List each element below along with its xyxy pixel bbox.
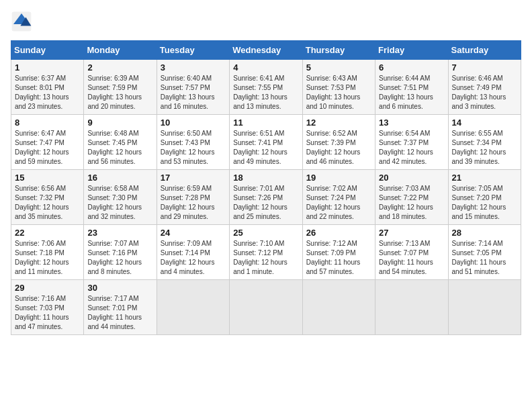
cell-info: Sunrise: 7:02 AM Sunset: 7:24 PM Dayligh… (306, 184, 371, 222)
cell-info: Sunrise: 6:59 AM Sunset: 7:28 PM Dayligh… (161, 184, 226, 222)
calendar-cell: 14Sunrise: 6:55 AM Sunset: 7:34 PM Dayli… (448, 115, 521, 170)
cell-info: Sunrise: 7:14 AM Sunset: 7:05 PM Dayligh… (452, 239, 517, 277)
cell-info: Sunrise: 6:37 AM Sunset: 8:01 PM Dayligh… (15, 74, 80, 111)
calendar-cell: 5Sunrise: 6:43 AM Sunset: 7:53 PM Daylig… (302, 60, 375, 115)
calendar-cell: 17Sunrise: 6:59 AM Sunset: 7:28 PM Dayli… (157, 170, 229, 225)
day-number: 18 (233, 173, 298, 183)
cell-info: Sunrise: 7:05 AM Sunset: 7:20 PM Dayligh… (452, 184, 517, 222)
day-number: 22 (15, 228, 80, 238)
cell-info: Sunrise: 6:40 AM Sunset: 7:57 PM Dayligh… (161, 74, 226, 111)
calendar-cell: 20Sunrise: 7:03 AM Sunset: 7:22 PM Dayli… (375, 170, 448, 225)
calendar-cell: 4Sunrise: 6:41 AM Sunset: 7:55 PM Daylig… (230, 60, 302, 115)
calendar-cell: 27Sunrise: 7:13 AM Sunset: 7:07 PM Dayli… (375, 225, 448, 280)
calendar-cell: 9Sunrise: 6:48 AM Sunset: 7:45 PM Daylig… (84, 115, 157, 170)
calendar-header-row: SundayMondayTuesdayWednesdayThursdayFrid… (11, 41, 521, 60)
cell-info: Sunrise: 7:06 AM Sunset: 7:18 PM Dayligh… (15, 239, 80, 277)
cell-info: Sunrise: 6:55 AM Sunset: 7:34 PM Dayligh… (452, 129, 517, 167)
cell-info: Sunrise: 7:16 AM Sunset: 7:03 PM Dayligh… (15, 294, 80, 332)
day-header-friday: Friday (375, 41, 448, 60)
calendar-cell: 8Sunrise: 6:47 AM Sunset: 7:47 PM Daylig… (11, 115, 84, 170)
calendar-table: SundayMondayTuesdayWednesdayThursdayFrid… (11, 40, 521, 335)
day-number: 17 (161, 173, 226, 183)
day-number: 6 (379, 62, 444, 73)
day-number: 26 (306, 228, 371, 238)
calendar-cell: 6Sunrise: 6:44 AM Sunset: 7:51 PM Daylig… (375, 60, 448, 115)
calendar-cell: 21Sunrise: 7:05 AM Sunset: 7:20 PM Dayli… (448, 170, 521, 225)
cell-info: Sunrise: 6:41 AM Sunset: 7:55 PM Dayligh… (233, 74, 298, 111)
cell-info: Sunrise: 6:52 AM Sunset: 7:39 PM Dayligh… (306, 129, 371, 167)
day-header-sunday: Sunday (11, 41, 84, 60)
day-number: 5 (306, 62, 371, 73)
day-number: 14 (452, 118, 517, 128)
day-number: 27 (379, 228, 444, 238)
day-header-wednesday: Wednesday (230, 41, 302, 60)
day-number: 2 (87, 62, 152, 73)
day-number: 30 (87, 283, 152, 293)
calendar-week-row: 15Sunrise: 6:56 AM Sunset: 7:32 PM Dayli… (11, 170, 521, 225)
calendar-cell (302, 280, 375, 335)
calendar-cell: 22Sunrise: 7:06 AM Sunset: 7:18 PM Dayli… (11, 225, 84, 280)
calendar-cell (230, 280, 302, 335)
day-number: 20 (379, 173, 444, 183)
calendar-cell: 2Sunrise: 6:39 AM Sunset: 7:59 PM Daylig… (84, 60, 157, 115)
logo-icon (11, 11, 32, 32)
cell-info: Sunrise: 6:56 AM Sunset: 7:32 PM Dayligh… (15, 184, 80, 222)
page-header (11, 11, 521, 32)
day-number: 29 (15, 283, 80, 293)
calendar-cell: 10Sunrise: 6:50 AM Sunset: 7:43 PM Dayli… (157, 115, 229, 170)
calendar-cell (157, 280, 229, 335)
calendar-week-row: 1Sunrise: 6:37 AM Sunset: 8:01 PM Daylig… (11, 60, 521, 115)
day-number: 19 (306, 173, 371, 183)
day-number: 11 (233, 118, 298, 128)
day-number: 23 (87, 228, 152, 238)
cell-info: Sunrise: 6:50 AM Sunset: 7:43 PM Dayligh… (161, 129, 226, 167)
cell-info: Sunrise: 7:01 AM Sunset: 7:26 PM Dayligh… (233, 184, 298, 222)
calendar-cell: 15Sunrise: 6:56 AM Sunset: 7:32 PM Dayli… (11, 170, 84, 225)
cell-info: Sunrise: 7:09 AM Sunset: 7:14 PM Dayligh… (161, 239, 226, 277)
day-number: 15 (15, 173, 80, 183)
day-number: 8 (15, 118, 80, 128)
day-number: 12 (306, 118, 371, 128)
calendar-cell (448, 280, 521, 335)
day-header-thursday: Thursday (302, 41, 375, 60)
day-number: 7 (452, 62, 517, 73)
day-number: 1 (15, 62, 80, 73)
day-number: 3 (161, 62, 226, 73)
cell-info: Sunrise: 6:51 AM Sunset: 7:41 PM Dayligh… (233, 129, 298, 167)
cell-info: Sunrise: 6:54 AM Sunset: 7:37 PM Dayligh… (379, 129, 444, 167)
calendar-cell: 28Sunrise: 7:14 AM Sunset: 7:05 PM Dayli… (448, 225, 521, 280)
cell-info: Sunrise: 7:07 AM Sunset: 7:16 PM Dayligh… (87, 239, 152, 277)
day-number: 25 (233, 228, 298, 238)
cell-info: Sunrise: 7:10 AM Sunset: 7:12 PM Dayligh… (233, 239, 298, 277)
calendar-cell: 3Sunrise: 6:40 AM Sunset: 7:57 PM Daylig… (157, 60, 229, 115)
cell-info: Sunrise: 6:46 AM Sunset: 7:49 PM Dayligh… (452, 74, 517, 111)
calendar-cell: 29Sunrise: 7:16 AM Sunset: 7:03 PM Dayli… (11, 280, 84, 335)
calendar-cell: 18Sunrise: 7:01 AM Sunset: 7:26 PM Dayli… (230, 170, 302, 225)
day-header-saturday: Saturday (448, 41, 521, 60)
calendar-cell: 12Sunrise: 6:52 AM Sunset: 7:39 PM Dayli… (302, 115, 375, 170)
cell-info: Sunrise: 6:43 AM Sunset: 7:53 PM Dayligh… (306, 74, 371, 111)
calendar-cell: 16Sunrise: 6:58 AM Sunset: 7:30 PM Dayli… (84, 170, 157, 225)
calendar-cell: 1Sunrise: 6:37 AM Sunset: 8:01 PM Daylig… (11, 60, 84, 115)
cell-info: Sunrise: 7:12 AM Sunset: 7:09 PM Dayligh… (306, 239, 371, 277)
day-number: 21 (452, 173, 517, 183)
calendar-cell: 25Sunrise: 7:10 AM Sunset: 7:12 PM Dayli… (230, 225, 302, 280)
calendar-cell: 13Sunrise: 6:54 AM Sunset: 7:37 PM Dayli… (375, 115, 448, 170)
cell-info: Sunrise: 6:58 AM Sunset: 7:30 PM Dayligh… (87, 184, 152, 222)
cell-info: Sunrise: 6:48 AM Sunset: 7:45 PM Dayligh… (87, 129, 152, 167)
day-number: 9 (87, 118, 152, 128)
cell-info: Sunrise: 6:44 AM Sunset: 7:51 PM Dayligh… (379, 74, 444, 111)
day-header-monday: Monday (84, 41, 157, 60)
logo (11, 11, 36, 32)
calendar-cell: 7Sunrise: 6:46 AM Sunset: 7:49 PM Daylig… (448, 60, 521, 115)
calendar-week-row: 8Sunrise: 6:47 AM Sunset: 7:47 PM Daylig… (11, 115, 521, 170)
calendar-cell (375, 280, 448, 335)
calendar-cell: 23Sunrise: 7:07 AM Sunset: 7:16 PM Dayli… (84, 225, 157, 280)
calendar-cell: 24Sunrise: 7:09 AM Sunset: 7:14 PM Dayli… (157, 225, 229, 280)
cell-info: Sunrise: 7:03 AM Sunset: 7:22 PM Dayligh… (379, 184, 444, 222)
day-number: 13 (379, 118, 444, 128)
calendar-cell: 19Sunrise: 7:02 AM Sunset: 7:24 PM Dayli… (302, 170, 375, 225)
calendar-week-row: 29Sunrise: 7:16 AM Sunset: 7:03 PM Dayli… (11, 280, 521, 335)
calendar-cell: 26Sunrise: 7:12 AM Sunset: 7:09 PM Dayli… (302, 225, 375, 280)
day-number: 4 (233, 62, 298, 73)
